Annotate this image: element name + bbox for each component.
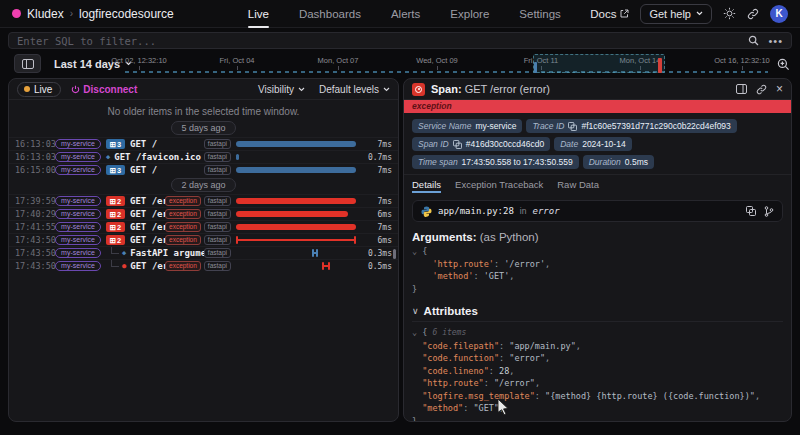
more-options-button[interactable]: ••• <box>768 38 783 44</box>
service-tag[interactable]: my-service <box>55 196 101 206</box>
avatar[interactable]: K <box>770 5 788 23</box>
span-message: GET /error <box>130 209 165 219</box>
span-count: 3 <box>117 166 121 175</box>
python-icon <box>421 206 432 217</box>
tag-exception[interactable]: exception <box>165 209 201 219</box>
tag-exception[interactable]: exception <box>165 196 201 206</box>
code-context-bar[interactable]: app/main.py:28 in error <box>412 200 783 222</box>
duration-bar <box>236 167 356 173</box>
span-count-badge[interactable]: ⊞3 <box>106 165 125 175</box>
span-count-badge[interactable]: ⊞2 <box>106 222 125 232</box>
tag-fastapi[interactable]: fastapi <box>204 222 231 232</box>
expand-icon: ⊞ <box>110 140 116 149</box>
tab-alerts[interactable]: Alerts <box>391 0 420 28</box>
attributes-code-block: ⌄ { 6 items "code.filepath": "app/main.p… <box>412 326 783 422</box>
dock-panel-button[interactable] <box>736 84 747 94</box>
service-tag[interactable]: my-service <box>55 235 101 245</box>
project-name[interactable]: logfirecodesource <box>79 7 174 21</box>
tag-exception[interactable]: exception <box>165 235 201 245</box>
trace-row[interactable]: 16:13:03my-service◆GET /favicon.icofasta… <box>9 150 398 163</box>
copy-icon[interactable] <box>453 140 462 149</box>
tag-fastapi[interactable]: fastapi <box>204 196 231 206</box>
tag-fastapi[interactable]: fastapi <box>204 139 231 149</box>
tab-explore[interactable]: Explore <box>450 0 489 28</box>
copy-link-button[interactable] <box>756 84 767 95</box>
live-toggle-button[interactable]: Live <box>17 82 61 97</box>
dot-icon: ● <box>122 263 126 270</box>
service-tag[interactable]: my-service <box>55 165 101 175</box>
detail-tab-exception-traceback[interactable]: Exception Traceback <box>455 175 543 193</box>
trace-row[interactable]: 16:15:00my-service⊞3GET /fastapi7ms <box>9 163 398 176</box>
service-tag[interactable]: my-service <box>55 139 101 149</box>
span-count-badge[interactable]: ⊞3 <box>106 139 125 149</box>
close-button[interactable]: × <box>776 84 783 94</box>
tag-exception[interactable]: exception <box>165 261 201 271</box>
logfire-logo-icon <box>12 9 21 18</box>
tag-exception[interactable]: exception <box>165 222 201 232</box>
copy-icon[interactable] <box>568 122 577 131</box>
service-tag[interactable]: my-service <box>55 248 101 258</box>
service-tag[interactable]: my-service <box>55 209 101 219</box>
chevron-right-icon: › <box>70 8 73 19</box>
span-message: GET /error (error) <box>130 261 165 271</box>
detail-tab-details[interactable]: Details <box>412 175 441 193</box>
collapse-icon[interactable]: ⌄ <box>412 327 422 337</box>
trace-row[interactable]: 17:39:59my-service⊞2GET /errorexceptionf… <box>9 194 398 207</box>
get-help-button[interactable]: Get help <box>640 4 712 24</box>
service-tag[interactable]: my-service <box>55 222 101 232</box>
trace-row[interactable]: 17:43:50my-service●GET /error (error)exc… <box>9 259 398 272</box>
tag-fastapi[interactable]: fastapi <box>204 235 231 245</box>
row-timestamp: 16:13:03 <box>15 139 55 149</box>
row-timestamp: 16:13:03 <box>15 152 55 162</box>
share-link-button[interactable] <box>747 8 759 20</box>
trace-row[interactable]: 17:43:50my-service◆FastAPI argumentsfast… <box>9 246 398 259</box>
span-count-badge[interactable]: ⊞2 <box>106 235 125 245</box>
theme-toggle-button[interactable] <box>723 7 736 20</box>
copy-code-button[interactable] <box>746 206 756 217</box>
trace-row[interactable]: 17:41:55my-service⊞2GET /errorexceptionf… <box>9 220 398 233</box>
tab-live[interactable]: Live <box>248 0 269 28</box>
org-name[interactable]: Kludex <box>27 7 64 21</box>
open-source-button[interactable] <box>764 206 774 217</box>
zoom-in-icon <box>777 58 790 71</box>
docs-link[interactable]: Docs <box>590 8 629 20</box>
tab-settings[interactable]: Settings <box>519 0 561 28</box>
span-count-badge[interactable]: ⊞2 <box>106 196 125 206</box>
duration-span-marker <box>322 265 330 267</box>
expand-icon: ⊞ <box>110 197 116 206</box>
scrollbar-thumb[interactable] <box>393 249 396 259</box>
tag-fastapi[interactable]: fastapi <box>204 209 231 219</box>
detail-tab-raw-data[interactable]: Raw Data <box>557 175 599 193</box>
code-value: "GET" <box>473 403 499 413</box>
trace-row[interactable]: 17:43:50my-service⊞2GET /errorexceptionf… <box>9 233 398 246</box>
tag-fastapi[interactable]: fastapi <box>204 165 231 175</box>
visibility-dropdown[interactable]: Visibility <box>258 84 305 95</box>
tag-fastapi[interactable]: fastapi <box>204 152 231 162</box>
sidebar-toggle-button[interactable] <box>14 54 41 73</box>
trace-row[interactable]: 16:13:03my-service⊞3GET /fastapi7ms <box>9 137 398 150</box>
tag-fastapi[interactable]: fastapi <box>204 248 231 258</box>
default-levels-dropdown[interactable]: Default levels <box>319 84 390 95</box>
span-detail-header: Span: GET /error (error) × <box>404 79 791 100</box>
attributes-heading[interactable]: ∨ Attributes <box>412 305 783 322</box>
collapse-icon[interactable]: ⌄ <box>412 246 422 256</box>
tag-fastapi[interactable]: fastapi <box>204 261 231 271</box>
tab-dashboards[interactable]: Dashboards <box>299 0 361 28</box>
timeline-chart[interactable]: Oct 02, 12:32:10Fri, Oct 04Mon, Oct 07We… <box>115 52 770 78</box>
service-tag[interactable]: my-service <box>55 152 101 162</box>
search-button[interactable] <box>748 35 759 46</box>
timeline-selection[interactable] <box>533 54 665 73</box>
code-value: "{method} {http.route} ({code.function})… <box>545 391 755 401</box>
zoom-in-button[interactable] <box>777 57 790 75</box>
code-value: "app/main.py" <box>509 341 576 351</box>
row-tags: fastapi <box>204 152 231 162</box>
diamond-icon: ◆ <box>122 250 126 257</box>
metadata-chip: Service Namemy-service <box>412 119 522 133</box>
span-count-badge[interactable]: ⊞2 <box>106 209 125 219</box>
disconnect-button[interactable]: Disconnect <box>71 84 137 95</box>
trace-row[interactable]: 17:40:29my-service⊞2GET /errorexceptionf… <box>9 207 398 220</box>
sql-filter-input[interactable] <box>17 35 739 47</box>
default-levels-label: Default levels <box>319 84 379 95</box>
code-line: "http.route": "/error", <box>412 377 783 390</box>
service-tag[interactable]: my-service <box>55 261 101 271</box>
